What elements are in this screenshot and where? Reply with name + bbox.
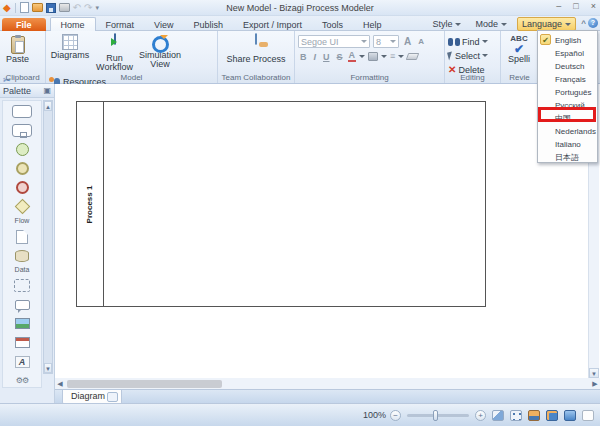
- chevron-down-icon[interactable]: [398, 55, 404, 58]
- run-workflow-button[interactable]: Run Workflow: [94, 33, 136, 73]
- tab-format[interactable]: Format: [96, 18, 145, 31]
- formatting-group: Segoe UI 8 A A B I U S A ≡: [295, 31, 445, 83]
- header-icon: [15, 337, 30, 348]
- collapse-ribbon-icon[interactable]: ^: [581, 19, 586, 28]
- palette-end-event-shape[interactable]: [5, 179, 39, 196]
- quick-access-toolbar: ◆ ↶ ↷ ▾: [0, 2, 99, 13]
- language-option-japanese[interactable]: 日本語: [538, 151, 597, 164]
- tab-home[interactable]: Home: [50, 17, 96, 31]
- scroll-right-icon[interactable]: ▶: [590, 380, 600, 388]
- tab-export-import[interactable]: Export / Import: [233, 18, 312, 31]
- fill-color-icon[interactable]: [368, 52, 378, 61]
- maximize-button[interactable]: □: [573, 1, 578, 11]
- find-button[interactable]: Find: [448, 35, 488, 48]
- select-cursor-icon: [447, 51, 454, 60]
- diagram-canvas[interactable]: Process 1 ▼: [55, 84, 600, 378]
- spelling-button[interactable]: ABC ✔ Spelli: [504, 33, 534, 73]
- language-menu-button[interactable]: Language: [517, 17, 576, 31]
- shrink-font-button[interactable]: A: [416, 37, 426, 46]
- save-icon[interactable]: [46, 3, 56, 13]
- language-option-deutsch[interactable]: Deutsch: [538, 60, 597, 73]
- bold-button[interactable]: B: [298, 52, 309, 62]
- tab-publish[interactable]: Publish: [183, 18, 233, 31]
- help-icon[interactable]: ?: [588, 18, 598, 28]
- style-menu[interactable]: Style: [428, 18, 465, 30]
- format-eraser-icon[interactable]: [406, 53, 420, 60]
- horizontal-scrollbar[interactable]: ◀ ▶: [55, 378, 600, 389]
- strikethrough-button[interactable]: S: [335, 52, 345, 62]
- zoom-slider[interactable]: [407, 414, 469, 417]
- scroll-down-icon[interactable]: ▼: [44, 363, 52, 373]
- palette-text-shape[interactable]: A: [5, 353, 39, 370]
- bizagi-logo-icon: ◆: [3, 3, 11, 13]
- immersive-view-icon[interactable]: [546, 410, 558, 421]
- open-file-icon[interactable]: [32, 3, 43, 12]
- scroll-left-icon[interactable]: ◀: [55, 380, 65, 388]
- end-event-icon: [16, 181, 29, 194]
- mode-menu[interactable]: Mode: [471, 18, 511, 30]
- language-option-portugues[interactable]: Português: [538, 86, 597, 99]
- paste-button[interactable]: Paste: [3, 33, 32, 73]
- underline-button[interactable]: U: [321, 52, 332, 62]
- run-workflow-icon: [114, 33, 116, 45]
- select-button[interactable]: Select: [448, 49, 488, 62]
- close-button[interactable]: ×: [591, 1, 596, 11]
- language-option-english[interactable]: ✔ English: [538, 34, 597, 47]
- italic-button[interactable]: I: [312, 52, 319, 62]
- language-option-italiano[interactable]: Italiano: [538, 138, 597, 151]
- palette-header-shape[interactable]: [5, 334, 39, 351]
- zoom-in-button[interactable]: +: [475, 410, 486, 421]
- palette-start-event-shape[interactable]: [5, 141, 39, 158]
- zoom-slider-thumb[interactable]: [433, 410, 438, 421]
- palette-intermediate-event-shape[interactable]: [5, 160, 39, 177]
- pan-mode-icon[interactable]: [510, 410, 522, 421]
- simulation-view-button[interactable]: Simulation View: [138, 33, 182, 73]
- grow-font-button[interactable]: A: [402, 36, 413, 47]
- diagrams-button[interactable]: Diagrams: [49, 33, 91, 73]
- palette-data-store-shape[interactable]: [5, 247, 39, 264]
- tab-help[interactable]: Help: [353, 18, 392, 31]
- line-style-icon[interactable]: ≡: [390, 52, 395, 61]
- undo-icon[interactable]: ↶: [73, 3, 81, 13]
- process-pool[interactable]: Process 1: [76, 101, 486, 307]
- palette-image-shape[interactable]: [5, 315, 39, 332]
- check-icon: ✔: [540, 34, 551, 45]
- print-icon[interactable]: [59, 3, 70, 12]
- chevron-down-icon[interactable]: [359, 55, 365, 58]
- palette-data-object-shape[interactable]: [5, 228, 39, 245]
- palette-group-shape[interactable]: [5, 277, 39, 294]
- palette-scrollbar[interactable]: ▲ ▼: [43, 100, 53, 374]
- pool-header[interactable]: Process 1: [77, 102, 104, 306]
- scroll-down-icon[interactable]: ▼: [589, 368, 599, 378]
- redo-icon[interactable]: ↷: [84, 3, 92, 13]
- new-diagram-icon[interactable]: [107, 392, 118, 402]
- tab-tools[interactable]: Tools: [312, 18, 353, 31]
- main-area: Palette ▣ Flow Data A ⚙⚙ Artifacts ▲ ▼: [0, 84, 600, 426]
- zoom-out-button[interactable]: −: [390, 410, 401, 421]
- language-option-espanol[interactable]: Español: [538, 47, 597, 60]
- qat-more-icon[interactable]: ▾: [95, 4, 99, 12]
- language-option-francais[interactable]: Français: [538, 73, 597, 86]
- share-process-button[interactable]: Share Process: [222, 33, 290, 73]
- palette-annotation-shape[interactable]: [5, 296, 39, 313]
- presentation-mode-icon[interactable]: [528, 410, 540, 421]
- palette-gateway-shape[interactable]: [5, 198, 39, 215]
- chevron-down-icon[interactable]: [381, 55, 387, 58]
- new-file-icon[interactable]: [20, 2, 29, 13]
- palette-task-shape[interactable]: [5, 103, 39, 120]
- language-option-nederlands[interactable]: Nederlands: [538, 125, 597, 138]
- tab-file[interactable]: File: [2, 18, 46, 31]
- font-color-button[interactable]: A: [348, 51, 357, 62]
- palette-subprocess-shape[interactable]: [5, 122, 39, 139]
- tab-view[interactable]: View: [144, 18, 183, 31]
- minimize-button[interactable]: –: [556, 1, 561, 11]
- scrollbar-thumb[interactable]: [67, 380, 222, 388]
- scroll-up-icon[interactable]: ▲: [44, 101, 52, 111]
- font-size-select[interactable]: 8: [373, 35, 399, 48]
- palette-custom-artifact-shape[interactable]: ⚙⚙: [5, 372, 39, 388]
- pin-icon[interactable]: ▣: [43, 86, 51, 97]
- fit-diagram-icon[interactable]: [492, 410, 504, 421]
- font-family-select[interactable]: Segoe UI: [298, 35, 370, 48]
- page-view-icon[interactable]: [582, 410, 594, 421]
- full-screen-icon[interactable]: [564, 410, 576, 421]
